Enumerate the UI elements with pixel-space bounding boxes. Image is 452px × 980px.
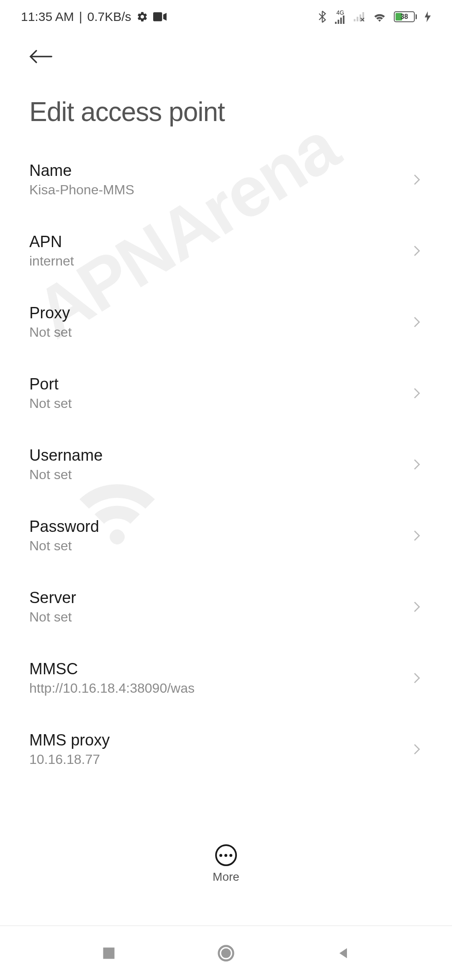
setting-value: Kisa-Phone-MMS <box>29 182 134 198</box>
status-left: 11:35 AM | 0.7KB/s <box>21 10 167 24</box>
status-right: 4G 38 <box>318 10 431 24</box>
setting-label: Port <box>29 375 72 393</box>
setting-row-mmsc[interactable]: MMSC http://10.16.18.4:38090/was <box>29 642 423 714</box>
header <box>0 34 452 75</box>
setting-value: Not set <box>29 467 103 482</box>
chevron-right-icon <box>411 601 423 613</box>
nav-back-button[interactable] <box>331 941 356 966</box>
setting-row-proxy[interactable]: Proxy Not set <box>29 286 423 358</box>
circle-icon <box>216 944 236 963</box>
triangle-back-icon <box>336 946 351 961</box>
setting-label: APN <box>29 233 74 251</box>
status-speed: 0.7KB/s <box>87 10 131 24</box>
more-button[interactable]: More <box>213 844 239 884</box>
gear-icon <box>136 11 148 23</box>
svg-rect-2 <box>338 20 339 24</box>
setting-label: Name <box>29 162 134 180</box>
setting-label: Password <box>29 518 99 536</box>
page-title: Edit access point <box>0 75 452 144</box>
chevron-right-icon <box>411 459 423 470</box>
setting-label: Server <box>29 589 76 607</box>
status-time: 11:35 AM <box>21 10 74 24</box>
setting-label: MMS proxy <box>29 731 110 749</box>
svg-rect-4 <box>343 15 344 24</box>
status-bar: 11:35 AM | 0.7KB/s 4G 38 <box>0 0 452 34</box>
back-button[interactable] <box>29 42 59 71</box>
back-arrow-icon <box>29 48 53 65</box>
battery-icon: 38 <box>394 11 417 22</box>
chevron-right-icon <box>411 245 423 257</box>
setting-row-apn[interactable]: APN internet <box>29 215 423 286</box>
svg-point-11 <box>221 948 231 958</box>
setting-value: internet <box>29 253 74 269</box>
setting-row-server[interactable]: Server Not set <box>29 571 423 642</box>
svg-rect-1 <box>335 22 337 24</box>
chevron-right-icon <box>411 387 423 399</box>
setting-value: 10.16.18.77 <box>29 752 110 767</box>
svg-rect-5 <box>354 19 355 22</box>
nav-recent-button[interactable] <box>96 941 121 966</box>
status-separator: | <box>79 10 82 24</box>
charging-icon <box>424 11 431 22</box>
chevron-right-icon <box>411 743 423 755</box>
more-icon <box>215 844 237 866</box>
chevron-right-icon <box>411 530 423 542</box>
svg-rect-6 <box>357 17 358 21</box>
signal-4g-icon: 4G <box>334 10 346 24</box>
setting-row-password[interactable]: Password Not set <box>29 500 423 571</box>
wifi-icon <box>373 11 386 22</box>
setting-row-username[interactable]: Username Not set <box>29 429 423 500</box>
setting-label: Username <box>29 446 103 464</box>
bluetooth-icon <box>318 10 327 23</box>
svg-rect-0 <box>153 12 162 21</box>
navigation-bar <box>0 926 452 980</box>
setting-value: Not set <box>29 396 72 411</box>
settings-list: Name Kisa-Phone-MMS APN internet Proxy N… <box>0 144 452 785</box>
svg-rect-3 <box>340 18 342 24</box>
setting-label: Proxy <box>29 304 72 322</box>
chevron-right-icon <box>411 672 423 684</box>
svg-rect-9 <box>103 947 115 959</box>
chevron-right-icon <box>411 316 423 328</box>
nav-home-button[interactable] <box>213 941 239 966</box>
setting-row-mms-proxy[interactable]: MMS proxy 10.16.18.77 <box>29 714 423 785</box>
setting-row-name[interactable]: Name Kisa-Phone-MMS <box>29 144 423 215</box>
setting-row-port[interactable]: Port Not set <box>29 358 423 429</box>
setting-value: Not set <box>29 609 76 625</box>
chevron-right-icon <box>411 174 423 186</box>
setting-label: MMSC <box>29 660 195 678</box>
video-icon <box>153 12 167 21</box>
setting-value: Not set <box>29 325 72 340</box>
setting-value: Not set <box>29 538 99 554</box>
square-icon <box>101 946 116 961</box>
more-label: More <box>213 870 239 884</box>
signal-nosim-icon <box>354 12 365 21</box>
setting-value: http://10.16.18.4:38090/was <box>29 681 195 696</box>
